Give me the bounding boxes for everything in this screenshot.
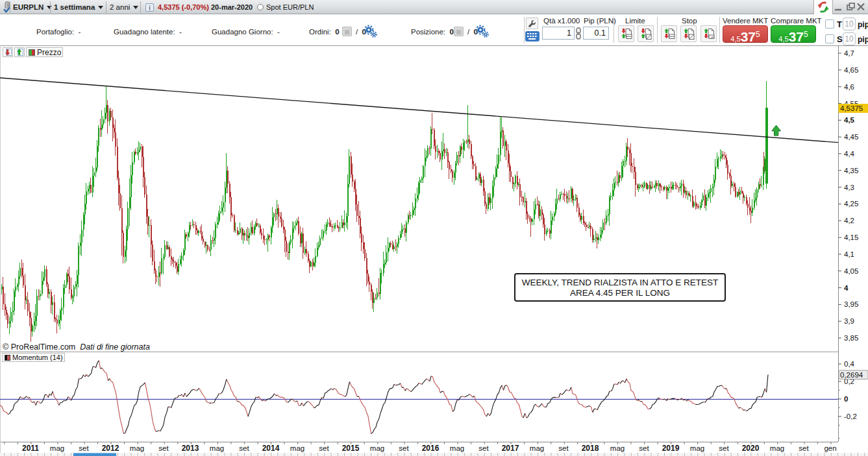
svg-text:2018: 2018 — [582, 444, 599, 453]
svg-text:4,3: 4,3 — [844, 184, 854, 191]
svg-text:0,4: 0,4 — [844, 360, 855, 368]
svg-text:3,85: 3,85 — [844, 334, 858, 342]
svg-text:set: set — [558, 444, 569, 452]
svg-text:4,35: 4,35 — [844, 167, 858, 174]
svg-text:mag: mag — [210, 444, 224, 452]
svg-text:2014: 2014 — [262, 444, 280, 453]
svg-text:4,5: 4,5 — [844, 116, 855, 124]
svg-text:4,5375: 4,5375 — [840, 104, 863, 112]
svg-text:set: set — [399, 444, 409, 452]
svg-text:mag: mag — [690, 444, 704, 452]
svg-text:0,2694: 0,2694 — [840, 371, 863, 379]
svg-text:4,15: 4,15 — [844, 234, 858, 241]
svg-text:mag: mag — [50, 444, 64, 452]
svg-text:mag: mag — [610, 444, 625, 452]
svg-text:2020: 2020 — [742, 444, 760, 453]
svg-text:set: set — [79, 444, 89, 452]
svg-text:mag: mag — [370, 444, 384, 452]
svg-text:4: 4 — [844, 284, 849, 292]
svg-text:-0,2: -0,2 — [844, 413, 857, 420]
svg-text:2017: 2017 — [502, 444, 519, 453]
svg-text:set: set — [158, 444, 169, 452]
svg-text:set: set — [719, 444, 729, 452]
svg-text:set: set — [239, 444, 249, 452]
svg-text:2016: 2016 — [422, 444, 440, 453]
svg-text:4,4: 4,4 — [844, 150, 855, 158]
svg-text:4,25: 4,25 — [844, 200, 858, 208]
svg-text:mag: mag — [130, 444, 144, 452]
svg-text:4,6: 4,6 — [844, 83, 854, 91]
svg-text:4,65: 4,65 — [844, 66, 858, 74]
svg-text:gen: gen — [824, 444, 836, 452]
svg-text:2011: 2011 — [22, 444, 39, 453]
svg-text:0: 0 — [844, 395, 848, 403]
svg-text:mag: mag — [290, 444, 304, 452]
svg-text:3,9: 3,9 — [844, 317, 854, 325]
svg-text:2013: 2013 — [182, 444, 199, 453]
svg-text:set: set — [639, 444, 649, 452]
svg-text:2015: 2015 — [342, 444, 360, 453]
svg-text:set: set — [799, 444, 809, 452]
svg-text:set: set — [319, 444, 329, 452]
svg-text:mag: mag — [530, 444, 544, 452]
svg-text:4,05: 4,05 — [844, 267, 858, 275]
svg-text:4,7: 4,7 — [844, 49, 854, 57]
svg-text:set: set — [478, 444, 489, 452]
svg-text:mag: mag — [450, 444, 464, 452]
svg-text:2019: 2019 — [662, 444, 680, 453]
svg-text:4,45: 4,45 — [844, 133, 858, 141]
svg-text:3,95: 3,95 — [844, 300, 858, 308]
svg-text:2012: 2012 — [102, 444, 119, 453]
svg-text:mag: mag — [770, 444, 784, 452]
svg-text:4,2: 4,2 — [844, 217, 854, 224]
svg-text:4,1: 4,1 — [844, 250, 854, 258]
